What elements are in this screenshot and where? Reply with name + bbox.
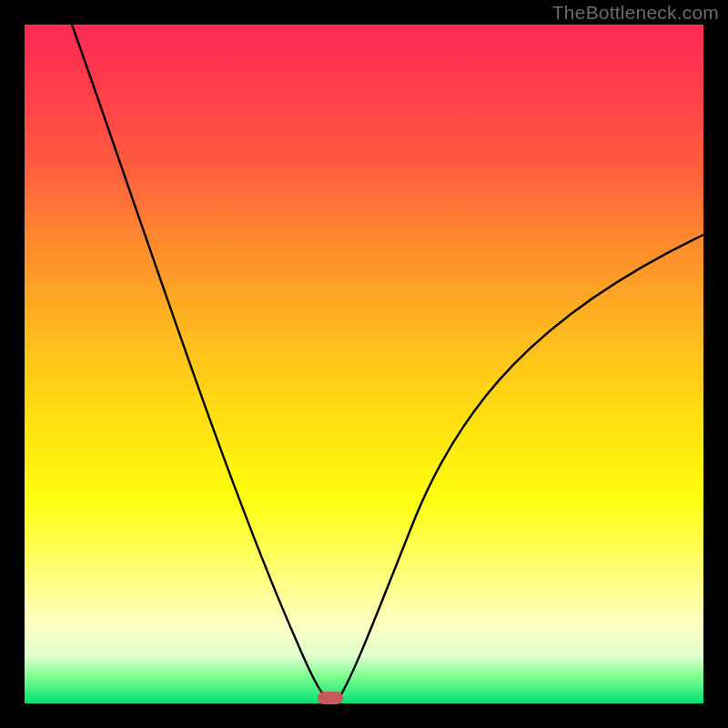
plot-area [25, 25, 703, 703]
optimum-marker [318, 692, 343, 704]
bottleneck-curve [25, 25, 703, 703]
watermark-text: TheBottleneck.com [552, 2, 719, 24]
